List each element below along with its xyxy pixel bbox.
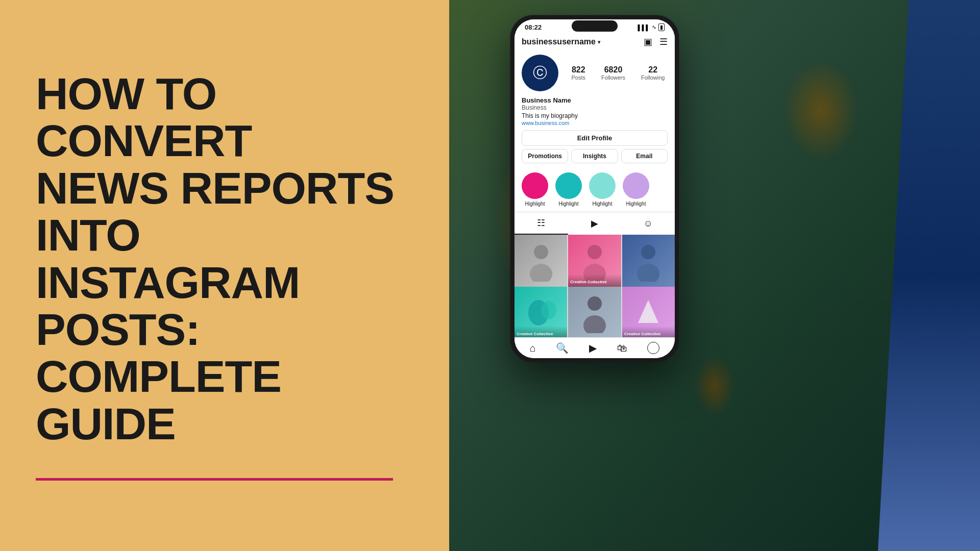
posts-label: Posts [571,74,585,81]
posts-grid: Creative Collective [514,235,675,337]
action-buttons: Promotions Insights Email [522,149,668,163]
add-icon[interactable]: ▣ [644,36,652,47]
signal-icon: ▌▌▌ [638,24,650,31]
svg-marker-10 [638,300,658,323]
svg-point-2 [587,245,602,259]
instagram-header: businessusername ▾ ▣ ☰ [514,33,675,51]
status-time: 08:22 [525,23,542,31]
right-panel: 08:22 ▌▌▌ ∿ ▮ businessusername ▾ ▣ [449,0,980,551]
header-action-icons: ▣ ☰ [644,36,668,47]
avatar-logo: ⓒ [533,63,547,83]
search-nav-icon[interactable]: 🔍 [556,342,569,354]
menu-icon[interactable]: ☰ [659,36,668,47]
tagged-icon: ☺ [643,218,652,229]
phone-container: 08:22 ▌▌▌ ∿ ▮ businessusername ▾ ▣ [510,15,679,362]
cell-5-content [568,287,621,338]
email-button[interactable]: Email [621,149,668,163]
grid-cell-3[interactable] [622,235,675,287]
tab-reels[interactable]: ▶ [568,212,622,235]
profile-nav-icon[interactable] [647,342,659,354]
bottom-nav: ⌂ 🔍 ▶ 🛍 [514,337,675,358]
shop-nav-icon[interactable]: 🛍 [617,342,627,354]
battery-icon: ▮ [658,23,665,31]
username-display[interactable]: businessusername ▾ [522,37,600,46]
edit-profile-button[interactable]: Edit Profile [522,130,668,146]
avatar: ⓒ [522,55,558,91]
title-line-4: COMPLETE GUIDE [36,351,281,448]
highlight-label-2: Highlight [559,201,579,207]
profile-section: ⓒ 822 Posts 6820 Followers [514,51,675,167]
svg-point-8 [587,296,602,311]
phone-screen: 08:22 ▌▌▌ ∿ ▮ businessusername ▾ ▣ [514,19,675,358]
profile-name: Business Name [522,96,668,104]
svg-point-7 [541,301,556,319]
grid-cell-5[interactable] [568,287,621,338]
title-line-1: HOW TO CONVERT [36,68,252,166]
title-line-2: NEWS REPORTS INTO [36,163,394,260]
stat-following[interactable]: 22 Following [641,65,665,81]
cell-1-content [514,235,567,287]
grid-cell-2[interactable]: Creative Collective [568,235,621,287]
insights-button[interactable]: Insights [571,149,618,163]
tab-tagged[interactable]: ☺ [621,212,675,235]
highlight-4[interactable]: Highlight [623,172,649,207]
home-nav-icon[interactable]: ⌂ [530,342,536,354]
stats-row: 822 Posts 6820 Followers 22 Following [569,65,668,81]
cell-4-overlay: Creative Collective [514,326,567,337]
wifi-icon: ∿ [652,24,656,31]
followers-label: Followers [601,74,625,81]
following-label: Following [641,74,665,81]
grid-icon: ☷ [537,217,545,229]
highlight-label-1: Highlight [525,201,545,207]
posts-tab-bar: ☷ ▶ ☺ [514,212,675,235]
highlight-3[interactable]: Highlight [589,172,616,207]
svg-point-1 [530,264,552,282]
svg-point-5 [637,264,659,282]
svg-point-4 [641,245,655,259]
highlight-label-4: Highlight [626,201,646,207]
cell-2-label: Creative Collective [570,280,607,284]
dynamic-island [572,20,618,32]
profile-top: ⓒ 822 Posts 6820 Followers [522,55,668,91]
highlight-circle-4 [623,172,649,199]
profile-category: Business [522,104,668,111]
title-line-3: INSTAGRAM POSTS: [36,257,300,355]
highlight-1[interactable]: Highlight [522,172,548,207]
cell-6-label: Creative Collective [624,332,661,336]
highlight-circle-3 [589,172,616,199]
grid-cell-4[interactable]: Creative Collective [514,287,567,338]
username-text: businessusername [522,37,596,46]
underline-decoration [36,478,393,481]
promotions-button[interactable]: Promotions [522,149,568,163]
highlight-label-3: Highlight [593,201,612,207]
highlight-2[interactable]: Highlight [555,172,582,207]
reels-nav-icon[interactable]: ▶ [589,342,597,354]
left-panel: HOW TO CONVERT NEWS REPORTS INTO INSTAGR… [0,0,449,551]
svg-point-0 [534,245,548,259]
profile-bio: This is my biography [522,112,668,119]
chevron-down-icon: ▾ [598,39,600,45]
stat-posts[interactable]: 822 Posts [571,65,585,81]
grid-cell-1[interactable] [514,235,567,287]
highlight-circle-2 [555,172,582,199]
cell-2-overlay: Creative Collective [568,274,621,287]
phone-outer: 08:22 ▌▌▌ ∿ ▮ businessusername ▾ ▣ [510,15,679,362]
highlight-circle-1 [522,172,548,199]
main-title: HOW TO CONVERT NEWS REPORTS INTO INSTAGR… [36,70,413,447]
cell-4-label: Creative Collective [517,332,553,336]
highlights-section: Highlight Highlight Highlight Highlight [514,167,675,212]
followers-number: 6820 [604,65,623,74]
svg-point-9 [583,315,606,333]
status-icons: ▌▌▌ ∿ ▮ [638,23,665,31]
posts-number: 822 [572,65,585,74]
stat-followers[interactable]: 6820 Followers [601,65,625,81]
cell-6-overlay: Creative Collective [622,326,675,337]
reels-icon: ▶ [591,218,598,229]
following-number: 22 [648,65,657,74]
grid-cell-6[interactable]: Creative Collective [622,287,675,338]
cell-3-content [622,235,675,287]
tab-grid[interactable]: ☷ [514,212,568,235]
profile-link[interactable]: www.business.com [522,120,668,126]
